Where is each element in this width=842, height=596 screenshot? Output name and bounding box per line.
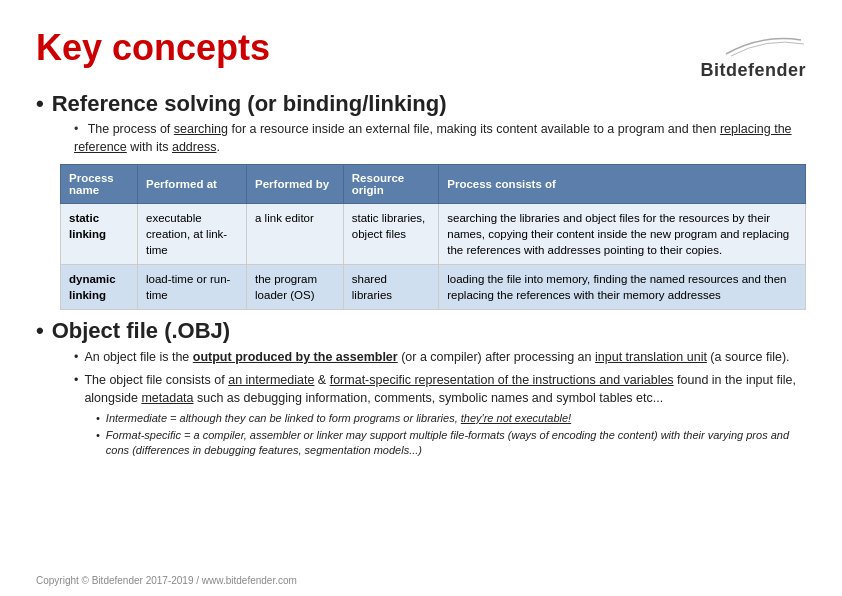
linking-table: Process name Performed at Performed by R… <box>60 164 806 310</box>
col-header-performed-at: Performed at <box>138 165 247 204</box>
logo-area: Bitdefender <box>700 28 806 81</box>
section1-heading: Reference solving (or binding/linking) <box>36 91 806 117</box>
table-row: static linkingexecutable creation, at li… <box>61 204 806 265</box>
cell-by: the program loader (OS) <box>247 265 344 310</box>
cell-at: load-time or run-time <box>138 265 247 310</box>
cell-consists: loading the file into memory, finding th… <box>439 265 806 310</box>
section2-heading: Object file (.OBJ) <box>36 318 806 344</box>
cell-origin: shared libraries <box>343 265 438 310</box>
section2-sub2: • The object file consists of an interme… <box>74 371 806 407</box>
section2: Object file (.OBJ) • An object file is t… <box>36 318 806 457</box>
col-header-performed-by: Performed by <box>247 165 344 204</box>
section2-italic2: • Format-specific = a compiler, assemble… <box>96 428 806 458</box>
logo-text: Bitdefender <box>700 60 806 81</box>
section1: Reference solving (or binding/linking) T… <box>36 91 806 310</box>
logo-swoosh-icon <box>716 32 806 60</box>
cell-consists: searching the libraries and object files… <box>439 204 806 265</box>
copyright: Copyright © Bitdefender 2017-2019 / www.… <box>36 575 297 586</box>
col-header-resource-origin: Resource origin <box>343 165 438 204</box>
cell-process: static linking <box>61 204 138 265</box>
col-header-process: Process name <box>61 165 138 204</box>
cell-at: executable creation, at link-time <box>138 204 247 265</box>
cell-by: a link editor <box>247 204 344 265</box>
slide: Key concepts Bitdefender Reference solvi… <box>0 0 842 596</box>
col-header-process-consists: Process consists of <box>439 165 806 204</box>
cell-origin: static libraries, object files <box>343 204 438 265</box>
section2-italic1: • Intermediate = although they can be li… <box>96 411 806 426</box>
header-row: Key concepts Bitdefender <box>36 28 806 81</box>
section1-sub1: The process of searching for a resource … <box>74 121 806 156</box>
cell-process: dynamic linking <box>61 265 138 310</box>
page-title: Key concepts <box>36 28 270 68</box>
table-row: dynamic linkingload-time or run-timethe … <box>61 265 806 310</box>
section2-sub1: • An object file is the output produced … <box>74 348 806 366</box>
